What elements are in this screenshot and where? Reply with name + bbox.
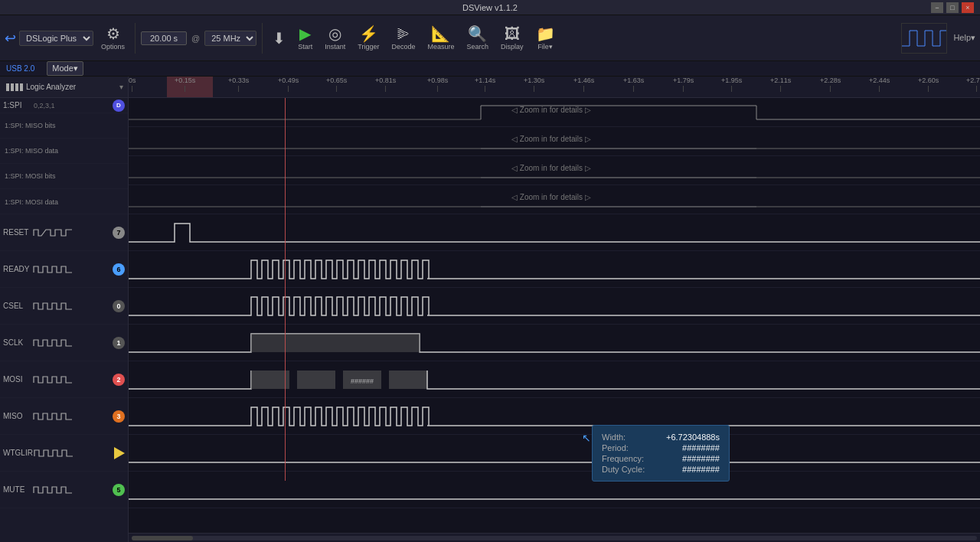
csel-channel-row: CSEL 0 xyxy=(0,288,128,325)
ready-signal-icon xyxy=(32,263,74,276)
reset-waveform-row xyxy=(129,214,980,251)
waveform-area: 0s+0.15s+0.33s+0.49s+0.65s+0.81s+0.98s+1… xyxy=(129,77,980,542)
la-waveform-icon xyxy=(5,80,26,94)
ruler-tick: +1.63s xyxy=(623,77,644,92)
titlebar: DSView v1.1.2 − □ × xyxy=(0,0,980,15)
mute-ch-name: MUTE xyxy=(3,485,32,494)
miso-waveform-svg xyxy=(129,398,980,435)
status-row: USB 2.0 Mode▾ xyxy=(0,61,980,77)
miso-bits-waveform-row: ◁ Zoom in for details ▷ xyxy=(129,98,980,127)
miso-ch-name: MISO xyxy=(3,412,32,420)
search-icon: 🔍 xyxy=(468,26,487,41)
spi-badge: D xyxy=(113,100,125,112)
ruler-tick: +0.49s xyxy=(278,77,299,92)
time-input[interactable] xyxy=(141,31,187,45)
tooltip-dutycycle-label: Duty Cycle: xyxy=(602,465,645,474)
mosi-waveform-svg: ###### xyxy=(129,361,980,398)
scroll-track xyxy=(132,536,977,540)
tooltip-frequency-row: Frequency: ######## xyxy=(602,453,720,464)
mute-signal xyxy=(32,484,74,496)
svg-rect-3 xyxy=(20,83,23,91)
start-button[interactable]: ▶ Start xyxy=(293,24,317,53)
wtglir-waveform-svg xyxy=(129,435,980,472)
mosi-signal-icon xyxy=(32,374,74,386)
sclk-waveform-row xyxy=(129,325,980,361)
spi-miso-data-row: 1:SPI: MISO data xyxy=(0,139,128,164)
ruler-tick: +1.95s xyxy=(721,77,742,92)
cursor-icon: ↖ xyxy=(582,432,591,444)
spi-miso-bits-label: 1:SPI: MISO bits xyxy=(5,122,56,129)
decode-button[interactable]: ⫸ Decode xyxy=(387,24,420,53)
ruler-tick: +2.44s xyxy=(869,77,890,92)
left-panel: Logic Analyzer ▾ 1:SPI 0,2,3,1 D 1:SPI: … xyxy=(0,77,129,542)
search-button[interactable]: 🔍 Search xyxy=(462,24,493,53)
mute-waveform-svg xyxy=(129,472,980,508)
csel-ch-name: CSEL xyxy=(3,302,32,310)
spi-mosi-data-row: 1:SPI: MOSI data xyxy=(0,189,128,214)
spi-mosi-bits-row: 1:SPI: MOSI bits xyxy=(0,164,128,189)
trigger-icon: ⚡ xyxy=(359,26,378,41)
options-button[interactable]: ⚙ Options xyxy=(96,24,129,53)
ruler-tick: +1.14s xyxy=(475,77,495,92)
mosi-badge: 2 xyxy=(113,374,125,386)
sclk-ch-name: SCLK xyxy=(3,338,32,347)
wtglir-badge xyxy=(114,447,125,459)
csel-badge: 0 xyxy=(113,300,125,312)
svg-rect-15 xyxy=(251,371,289,389)
decode-icon: ⫸ xyxy=(396,26,411,41)
instant-button[interactable]: ◎ Instant xyxy=(320,24,350,53)
device-select[interactable]: DSLogic Plus xyxy=(19,31,93,46)
file-button[interactable]: 📁 File▾ xyxy=(531,24,560,53)
help-button[interactable]: Help▾ xyxy=(953,33,975,43)
ruler-tick: +0.81s xyxy=(375,77,396,92)
tooltip-width-row: Width: +6.72304888s xyxy=(602,432,720,442)
wtglir-channel-row: WTGLIR xyxy=(0,435,128,472)
minimize-button[interactable]: − xyxy=(931,2,943,13)
zoom-label-0: ◁ Zoom in for details ▷ xyxy=(511,106,591,114)
mosi-ch-name: MOSI xyxy=(3,375,32,384)
gear-icon: ⚙ xyxy=(106,26,120,41)
close-button[interactable]: × xyxy=(962,2,974,13)
svg-rect-1 xyxy=(11,83,14,91)
miso-signal-icon xyxy=(32,410,74,423)
ready-signal xyxy=(32,263,74,276)
freq-select[interactable]: 25 MHz xyxy=(204,31,256,46)
reset-signal xyxy=(32,227,74,239)
ruler-tick: +0.98s xyxy=(427,77,448,92)
device-icon-section: ↩ xyxy=(5,30,16,47)
wtglir-waveform-row xyxy=(129,435,980,472)
spi-channel-group: 1:SPI 0,2,3,1 D 1:SPI: MISO bits 1:SPI: … xyxy=(0,98,128,214)
zoom-label-2: ◁ Zoom in for details ▷ xyxy=(511,164,591,172)
cursor-line xyxy=(285,98,286,481)
download-button[interactable]: ⬇ xyxy=(268,28,290,48)
mosi-channel-row: MOSI 2 xyxy=(0,361,128,398)
measure-button[interactable]: 📐 Measure xyxy=(423,24,459,53)
sclk-waveform-svg xyxy=(129,325,980,361)
restore-button[interactable]: □ xyxy=(946,2,959,13)
mosi-data-waveform-row: ◁ Zoom in for details ▷ xyxy=(129,185,980,214)
scroll-thumb[interactable] xyxy=(132,536,193,540)
ready-ch-name: READY xyxy=(3,265,32,273)
spi-mosi-bits-label: 1:SPI: MOSI bits xyxy=(5,172,56,180)
tooltip-dutycycle-value: ######## xyxy=(682,465,720,474)
miso-signal xyxy=(32,410,74,423)
spi-mosi-data-label: 1:SPI: MOSI data xyxy=(5,198,58,206)
csel-signal xyxy=(32,300,74,312)
svg-rect-18 xyxy=(389,371,427,389)
scrollbar[interactable] xyxy=(129,533,980,542)
reset-channel-row: RESET 7 xyxy=(0,214,128,251)
svg-rect-16 xyxy=(297,371,335,389)
reset-waveform-svg xyxy=(129,214,980,251)
mosi-signal xyxy=(32,374,74,386)
trigger-button[interactable]: ⚡ Trigger xyxy=(353,24,384,53)
spi-ch-name: 1:SPI xyxy=(3,101,32,109)
svg-rect-2 xyxy=(15,83,18,91)
file-icon: 📁 xyxy=(536,26,555,41)
ruler-tick: +1.30s xyxy=(524,77,544,92)
mute-signal-icon xyxy=(32,484,74,496)
separator-2 xyxy=(262,23,263,54)
measurement-tooltip: ↖ Width: +6.72304888s Period: ######## F… xyxy=(592,425,730,482)
ruler-tick: +2.28s xyxy=(820,77,841,92)
display-button[interactable]: 🖼 Display xyxy=(496,24,528,53)
mode-button[interactable]: Mode▾ xyxy=(47,61,83,76)
